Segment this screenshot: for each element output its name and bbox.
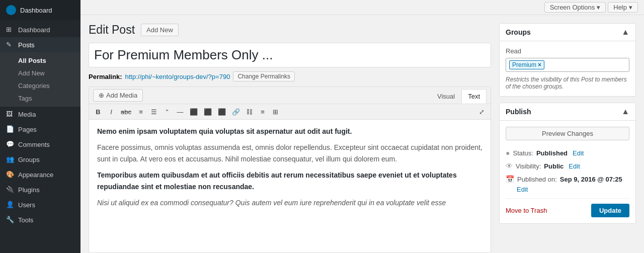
align-center-button[interactable]: ⬛	[201, 106, 214, 118]
editor-content[interactable]: Nemo enim ipsam voluptatem quia voluptas…	[89, 120, 491, 252]
tag-remove-button[interactable]: ×	[538, 61, 541, 68]
hr-button[interactable]: —	[174, 106, 186, 118]
help-button[interactable]: Help ▾	[608, 2, 638, 13]
permalink-label: Permalink:	[89, 73, 122, 80]
groups-icon: 👥	[6, 155, 14, 163]
status-edit-link[interactable]: Edit	[573, 149, 584, 157]
wp-logo-icon	[6, 5, 16, 15]
sidebar-item-groups[interactable]: 👥 Groups	[0, 152, 80, 167]
bold-button[interactable]: B	[92, 106, 104, 118]
screen-options-chevron-icon: ▾	[597, 4, 600, 11]
page-header: Edit Post Add New	[89, 23, 491, 37]
tab-visual[interactable]: Visual	[431, 89, 461, 104]
groups-panel-header[interactable]: Groups ▲	[500, 24, 635, 41]
sidebar-item-appearance[interactable]: 🎨 Appearance	[0, 167, 80, 182]
appearance-icon: 🎨	[6, 171, 14, 179]
status-row: ● Status: Published Edit	[506, 146, 629, 159]
add-new-button[interactable]: Add New	[141, 24, 179, 36]
main-content: Screen Options ▾ Help ▾ Edit Post Add Ne…	[80, 0, 644, 253]
editor-box: ⊕ Add Media Visual Text B I abc ≡ ☰ " — …	[89, 87, 491, 253]
add-media-icon: ⊕	[99, 92, 104, 99]
groups-panel-title: Groups	[506, 28, 531, 36]
fullscreen-button[interactable]: ⤢	[475, 106, 488, 118]
tab-text[interactable]: Text	[461, 89, 487, 104]
published-value: Sep 9, 2016 @ 07:25	[560, 176, 622, 183]
add-media-button[interactable]: ⊕ Add Media	[93, 89, 143, 102]
visibility-row: 👁 Visibility: Public Edit	[506, 159, 629, 173]
add-media-label: Add Media	[106, 92, 137, 99]
unordered-list-button[interactable]: ≡	[135, 106, 147, 118]
groups-read-label: Read	[506, 47, 629, 55]
published-edit-link[interactable]: Edit	[517, 186, 528, 193]
groups-panel-body: Read Premium × Restricts the visibility …	[500, 41, 635, 96]
sidebar-logo[interactable]: Dashboard	[0, 0, 80, 20]
sidebar: Dashboard ⊞ Dashboard ✎ Posts All Posts …	[0, 0, 80, 253]
sidebar-item-users[interactable]: 👤 Users	[0, 197, 80, 212]
status-icon: ●	[506, 149, 510, 157]
publish-panel-title: Publish	[506, 108, 531, 116]
sidebar-item-plugins[interactable]: 🔌 Plugins	[0, 182, 80, 197]
dashboard-icon: ⊞	[6, 26, 14, 34]
unlink-button[interactable]: ⛓	[244, 106, 256, 118]
groups-tag-input[interactable]: Premium ×	[506, 58, 629, 72]
visibility-label: Visibility:	[516, 162, 541, 170]
preview-changes-button[interactable]: Preview Changes	[506, 127, 629, 140]
sidebar-item-label: Dashboard	[18, 26, 50, 34]
submenu-tags[interactable]: Tags	[0, 92, 80, 105]
publish-panel-header[interactable]: Publish ▲	[500, 103, 635, 121]
comments-icon: 💬	[6, 140, 14, 148]
sidebar-item-media[interactable]: 🖼 Media	[0, 107, 80, 122]
submenu-categories[interactable]: Categories	[0, 79, 80, 92]
table-button[interactable]: ⊞	[270, 106, 282, 118]
sidebar-panels: Groups ▲ Read Premium × Restricts the vi…	[499, 23, 636, 253]
content-block-3-bold: Temporibus autem quibusdam et aut offici…	[97, 170, 482, 192]
sidebar-item-label: Posts	[18, 41, 35, 49]
more-button[interactable]: ≡	[257, 106, 269, 118]
sidebar-section-top: ⊞ Dashboard ✎ Posts All Posts Add New Ca…	[0, 20, 80, 229]
sidebar-item-label: Media	[18, 111, 36, 118]
sidebar-item-tools[interactable]: 🔧 Tools	[0, 212, 80, 227]
status-label: Status:	[513, 149, 533, 157]
sidebar-item-pages[interactable]: 📄 Pages	[0, 122, 80, 137]
media-icon: 🖼	[6, 110, 14, 118]
permalink-link[interactable]: http://phi/~kento/groups-dev/?p=790	[125, 73, 230, 80]
change-permalinks-button[interactable]: Change Permalinks	[233, 71, 295, 81]
published-label: Published on:	[517, 176, 557, 183]
update-button[interactable]: Update	[591, 204, 629, 217]
publish-panel-body: Preview Changes ● Status: Published Edit…	[500, 121, 635, 223]
sidebar-item-posts[interactable]: ✎ Posts	[0, 37, 80, 52]
italic-button[interactable]: I	[105, 106, 117, 118]
status-value: Published	[536, 149, 568, 157]
sidebar-item-dashboard[interactable]: ⊞ Dashboard	[0, 22, 80, 37]
groups-panel: Groups ▲ Read Premium × Restricts the vi…	[499, 23, 636, 97]
visibility-edit-link[interactable]: Edit	[569, 162, 580, 170]
users-icon: 👤	[6, 201, 14, 209]
sidebar-item-label: Appearance	[18, 171, 53, 179]
strikethrough-button[interactable]: abc	[118, 106, 134, 118]
topbar: Screen Options ▾ Help ▾	[80, 0, 644, 15]
post-title-input[interactable]	[89, 43, 491, 67]
submenu-all-posts[interactable]: All Posts	[0, 54, 80, 67]
content-wrap: Edit Post Add New Permalink: http://phi/…	[80, 15, 644, 253]
content-block-1: Nemo enim ipsam voluptatem quia voluptas…	[97, 126, 482, 137]
editor-tabs: ⊕ Add Media Visual Text	[89, 87, 491, 104]
align-right-button[interactable]: ⬛	[215, 106, 228, 118]
move-to-trash-link[interactable]: Move to Trash	[506, 207, 547, 214]
posts-submenu: All Posts Add New Categories Tags	[0, 52, 80, 107]
screen-options-button[interactable]: Screen Options ▾	[544, 2, 606, 13]
help-chevron-icon: ▾	[629, 4, 632, 11]
format-toolbar: B I abc ≡ ☰ " — ⬛ ⬛ ⬛ 🔗 ⛓ ≡ ⊞ ⤢	[89, 104, 491, 120]
link-button[interactable]: 🔗	[229, 106, 243, 118]
blockquote-button[interactable]: "	[161, 106, 173, 118]
submenu-add-new[interactable]: Add New	[0, 67, 80, 79]
groups-panel-toggle-icon: ▲	[621, 28, 629, 37]
help-label: Help	[613, 4, 627, 11]
align-left-button[interactable]: ⬛	[187, 106, 200, 118]
publish-panel: Publish ▲ Preview Changes ● Status: Publ…	[499, 103, 636, 224]
sidebar-item-label: Users	[18, 201, 35, 209]
plugins-icon: 🔌	[6, 186, 14, 194]
ordered-list-button[interactable]: ☰	[148, 106, 160, 118]
tag-value: Premium	[512, 61, 536, 68]
sidebar-item-label: Groups	[18, 156, 40, 163]
sidebar-item-comments[interactable]: 💬 Comments	[0, 137, 80, 152]
